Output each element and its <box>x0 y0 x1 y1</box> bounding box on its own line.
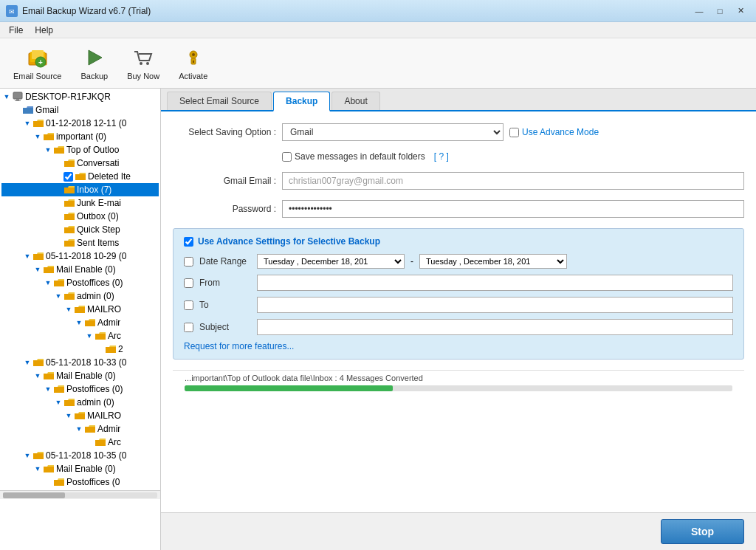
password-input[interactable] <box>282 200 744 218</box>
tree-item-postoffices3[interactable]: Postoffices (0 <box>1 475 159 489</box>
save-default-checkbox[interactable] <box>282 152 292 162</box>
tree-toggle-date4[interactable]: ▼ <box>22 450 32 461</box>
tree-toggle-postoffices3[interactable] <box>43 477 53 487</box>
saving-option-select[interactable]: Gmail Outlook Thunderbird Yahoo <box>282 123 504 141</box>
tree-item-inbox[interactable]: Inbox (7) <box>1 183 159 196</box>
minimize-button[interactable]: — <box>690 4 709 18</box>
tree-item-top-outlook[interactable]: ▼Top of Outloo <box>1 143 159 157</box>
tree-item-admin1[interactable]: ▼admin (0) <box>1 289 159 303</box>
subject-checkbox[interactable] <box>184 323 193 332</box>
request-features-link[interactable]: Request for more features... <box>184 341 294 351</box>
tree-toggle-important[interactable]: ▼ <box>32 131 43 142</box>
tree-toggle-admin2[interactable]: ▼ <box>53 397 63 408</box>
tree-item-deleted[interactable]: Deleted Ite <box>1 170 159 183</box>
tree-item-desktop[interactable]: ▼DESKTOP-R1FJKQR <box>1 90 159 103</box>
tree-toggle-inbox[interactable] <box>53 185 63 195</box>
tree-item-date3[interactable]: ▼05-11-2018 10-33 (0 <box>1 356 159 369</box>
tree-toggle-date2[interactable]: ▼ <box>22 251 32 261</box>
tree-item-date2[interactable]: ▼05-11-2018 10-29 (0 <box>1 250 159 263</box>
tree-toggle-deleted[interactable] <box>53 171 63 182</box>
tree-item-junk[interactable]: Junk E-mai <box>1 196 159 210</box>
tree-item-sent[interactable]: Sent Items <box>1 236 159 250</box>
tree-item-outbox[interactable]: Outbox (0) <box>1 210 159 223</box>
tree-toggle-junk[interactable] <box>53 198 63 208</box>
tree-item-conversations[interactable]: Conversati <box>1 157 159 170</box>
status-bar: ...important\Top of Outlook data file\In… <box>173 370 744 394</box>
menu-file[interactable]: File <box>3 24 29 37</box>
tree-toggle-mailenable3[interactable]: ▼ <box>32 464 43 474</box>
tree-item-mailro1[interactable]: ▼MAILRO <box>1 303 159 316</box>
tab-backup[interactable]: Backup <box>273 92 330 111</box>
help-link[interactable]: [ ? ] <box>434 151 449 162</box>
tree-item-admir2[interactable]: ▼Admir <box>1 422 159 436</box>
tree-item-arc1[interactable]: ▼Arc <box>1 329 159 343</box>
date-range-checkbox[interactable] <box>184 257 193 267</box>
app-icon: ✉ <box>6 5 18 17</box>
close-button[interactable]: ✕ <box>731 4 750 18</box>
advance-mode-checkbox-label[interactable]: Use Advance Mode <box>509 127 599 137</box>
tree-label-date1: 01-12-2018 12-11 (0 <box>46 118 126 128</box>
tree-toggle-desktop[interactable]: ▼ <box>1 92 12 102</box>
tree-item-mailenable3[interactable]: ▼Mail Enable (0) <box>1 462 159 475</box>
tree-item-num1[interactable]: 2 <box>1 343 159 356</box>
gmail-email-input[interactable] <box>282 172 744 190</box>
date-to-select[interactable]: Tuesday , December 18, 201 <box>419 254 567 269</box>
tree-toggle-quickstep[interactable] <box>53 224 63 235</box>
activate-button[interactable]: Activate <box>173 43 213 83</box>
tree-item-arc2[interactable]: Arc <box>1 436 159 449</box>
tab-about[interactable]: About <box>331 92 379 110</box>
menu-help[interactable]: Help <box>29 24 59 37</box>
tree-toggle-date3[interactable]: ▼ <box>22 357 32 368</box>
tree-item-postoffices2[interactable]: ▼Postoffices (0) <box>1 382 159 396</box>
tree-item-mailenable2[interactable]: ▼Mail Enable (0) <box>1 369 159 382</box>
backup-button[interactable]: Backup <box>75 43 114 83</box>
tree-toggle-admir2[interactable]: ▼ <box>74 424 84 434</box>
tree-toggle-conversations[interactable] <box>53 158 63 168</box>
tree-toggle-gmail[interactable] <box>12 105 22 115</box>
from-checkbox[interactable] <box>184 278 193 288</box>
save-default-text: Save messages in default folders <box>295 151 425 162</box>
maximize-button[interactable]: □ <box>710 4 729 18</box>
tree-toggle-admir1[interactable]: ▼ <box>74 317 84 328</box>
tree-item-quickstep[interactable]: Quick Step <box>1 223 159 236</box>
tree-toggle-arc1[interactable]: ▼ <box>84 331 94 341</box>
tree-toggle-admin1[interactable]: ▼ <box>53 291 63 301</box>
tree-item-date1[interactable]: ▼01-12-2018 12-11 (0 <box>1 117 159 130</box>
password-row: Password : <box>173 200 744 218</box>
email-source-button[interactable]: + Email Source <box>7 43 67 83</box>
date-from-select[interactable]: Tuesday , December 18, 201 <box>257 254 405 269</box>
tree-toggle-num1[interactable] <box>94 344 105 354</box>
tree-toggle-postoffices1[interactable]: ▼ <box>43 278 53 288</box>
tree-item-important[interactable]: ▼important (0) <box>1 130 159 143</box>
tree-toggle-arc2[interactable] <box>84 437 94 447</box>
tree-toggle-outbox[interactable] <box>53 211 63 221</box>
tree-item-gmail[interactable]: Gmail <box>1 103 159 117</box>
subject-input[interactable] <box>257 319 733 335</box>
stop-button[interactable]: Stop <box>661 519 744 544</box>
tree-item-date4[interactable]: ▼05-11-2018 10-35 (0 <box>1 449 159 462</box>
tree-item-postoffices1[interactable]: ▼Postoffices (0) <box>1 276 159 289</box>
buy-now-button[interactable]: Buy Now <box>121 43 165 83</box>
to-input[interactable] <box>257 297 733 313</box>
save-default-label[interactable]: Save messages in default folders <box>282 151 425 162</box>
selective-title-checkbox[interactable] <box>184 237 193 247</box>
tree-toggle-mailro1[interactable]: ▼ <box>63 304 74 314</box>
tree-toggle-postoffices2[interactable]: ▼ <box>43 384 53 394</box>
tree-checkbox-deleted[interactable] <box>63 172 73 182</box>
tree-item-mailenable1[interactable]: ▼Mail Enable (0) <box>1 263 159 276</box>
tab-select-email[interactable]: Select Email Source <box>167 92 272 110</box>
from-input[interactable] <box>257 275 733 291</box>
tree-toggle-date1[interactable]: ▼ <box>22 118 32 128</box>
tree-item-admin2[interactable]: ▼admin (0) <box>1 396 159 409</box>
tree-scroll-x[interactable] <box>0 490 160 499</box>
tree-toggle-top-outlook[interactable]: ▼ <box>43 145 53 155</box>
tree-toggle-mailenable1[interactable]: ▼ <box>32 264 43 275</box>
tree-toggle-mailenable2[interactable]: ▼ <box>32 371 43 381</box>
tree-toggle-mailro2[interactable]: ▼ <box>63 410 74 421</box>
tree-label-arc1: Arc <box>108 331 121 341</box>
tree-item-admir1[interactable]: ▼Admir <box>1 316 159 329</box>
to-checkbox[interactable] <box>184 300 193 310</box>
advance-mode-checkbox[interactable] <box>509 128 519 137</box>
tree-toggle-sent[interactable] <box>53 238 63 248</box>
tree-item-mailro2[interactable]: ▼MAILRO <box>1 409 159 422</box>
